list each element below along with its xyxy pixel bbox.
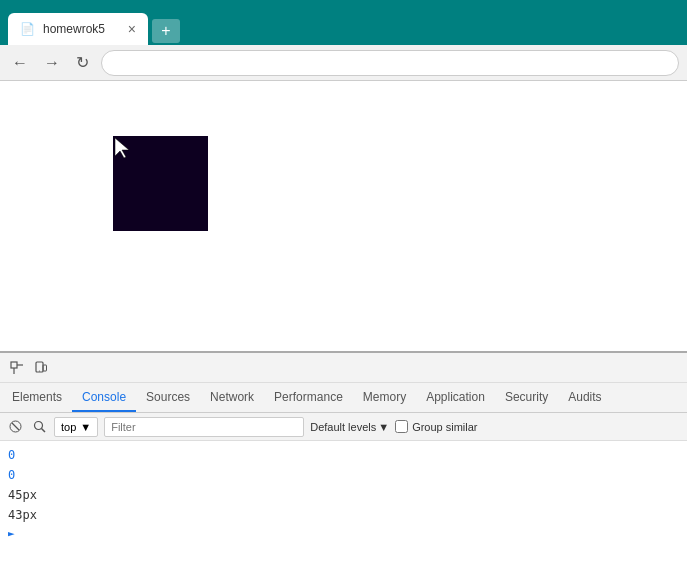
devtools-panel: Elements Console Sources Network Perform… (0, 351, 687, 561)
tab-console[interactable]: Console (72, 384, 136, 412)
default-levels-label: Default levels (310, 421, 376, 433)
tab-icon: 📄 (20, 22, 35, 36)
page-content (0, 81, 687, 351)
inspect-element-button[interactable] (6, 357, 28, 379)
svg-point-9 (34, 422, 42, 430)
tab-elements[interactable]: Elements (2, 384, 72, 412)
tab-close-button[interactable]: × (128, 22, 136, 36)
refresh-button[interactable]: ↻ (72, 51, 93, 74)
back-button[interactable]: ← (8, 52, 32, 74)
svg-line-10 (41, 429, 45, 433)
new-tab-button[interactable]: + (152, 19, 180, 43)
browser-chrome: 📄 homewrok5 × + (0, 0, 687, 45)
address-bar: ← → ↻ (0, 45, 687, 81)
tab-security[interactable]: Security (495, 384, 558, 412)
dark-square (113, 136, 208, 231)
levels-dropdown-icon: ▼ (378, 421, 389, 433)
context-selector[interactable]: top ▼ (54, 417, 98, 437)
clear-console-button[interactable] (6, 418, 24, 436)
console-line-2: 0 (8, 465, 679, 485)
tab-application[interactable]: Application (416, 384, 495, 412)
cursor-icon (113, 136, 133, 160)
tab-sources[interactable]: Sources (136, 384, 200, 412)
forward-button[interactable]: → (40, 52, 64, 74)
group-similar-option[interactable]: Group similar (395, 420, 477, 433)
devtools-tabs: Elements Console Sources Network Perform… (0, 383, 687, 413)
default-levels-selector[interactable]: Default levels ▼ (310, 421, 389, 433)
tab-performance[interactable]: Performance (264, 384, 353, 412)
filter-icon (30, 418, 48, 436)
console-content: 0 0 45px 43px ► (0, 441, 687, 561)
devtools-top-toolbar (0, 353, 687, 383)
context-dropdown-icon: ▼ (80, 421, 91, 433)
console-line-1: 0 (8, 445, 679, 465)
tab-title: homewrok5 (43, 22, 105, 36)
svg-point-6 (39, 370, 40, 371)
group-similar-checkbox[interactable] (395, 420, 408, 433)
console-toolbar: top ▼ Default levels ▼ Group similar (0, 413, 687, 441)
svg-marker-0 (115, 138, 129, 158)
console-line-4: 43px (8, 505, 679, 525)
console-line-3: 45px (8, 485, 679, 505)
group-similar-label: Group similar (412, 421, 477, 433)
active-tab[interactable]: 📄 homewrok5 × (8, 13, 148, 45)
console-prompt[interactable]: ► (8, 525, 679, 542)
console-filter-input[interactable] (104, 417, 304, 437)
context-label: top (61, 421, 76, 433)
prompt-arrow-icon: ► (8, 527, 15, 540)
tab-network[interactable]: Network (200, 384, 264, 412)
device-toolbar-button[interactable] (30, 357, 52, 379)
tab-memory[interactable]: Memory (353, 384, 416, 412)
tab-audits[interactable]: Audits (558, 384, 611, 412)
svg-rect-1 (11, 362, 17, 368)
svg-line-8 (12, 423, 19, 430)
url-input[interactable] (101, 50, 679, 76)
